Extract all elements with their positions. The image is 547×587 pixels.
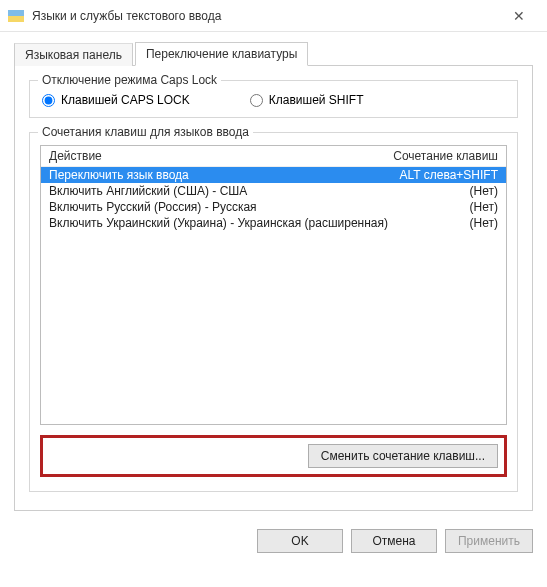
hotkeys-group: Сочетания клавиш для языков ввода Действ… <box>29 132 518 492</box>
row-combo: (Нет) <box>470 184 498 198</box>
row-combo: ALT слева+SHIFT <box>400 168 499 182</box>
radio-label: Клавишей CAPS LOCK <box>61 93 190 107</box>
close-button[interactable]: ✕ <box>499 8 539 24</box>
change-hotkey-button[interactable]: Сменить сочетание клавиш... <box>308 444 498 468</box>
row-action: Переключить язык ввода <box>49 168 400 182</box>
tab-strip: Языковая панель Переключение клавиатуры <box>14 42 533 66</box>
svg-rect-0 <box>8 10 24 16</box>
apply-button[interactable]: Применить <box>445 529 533 553</box>
header-action: Действие <box>49 149 393 163</box>
radio-input[interactable] <box>250 94 263 107</box>
dialog-button-row: OK Отмена Применить <box>0 519 547 563</box>
row-action: Включить Английский (США) - США <box>49 184 470 198</box>
radio-label: Клавишей SHIFT <box>269 93 364 107</box>
list-row[interactable]: Включить Английский (США) - США(Нет) <box>41 183 506 199</box>
list-row[interactable]: Включить Русский (Россия) - Русская(Нет) <box>41 199 506 215</box>
app-icon <box>8 10 24 22</box>
tab-language-bar[interactable]: Языковая панель <box>14 43 133 66</box>
list-row[interactable]: Переключить язык вводаALT слева+SHIFT <box>41 167 506 183</box>
radio-input[interactable] <box>42 94 55 107</box>
radio-row: Клавишей CAPS LOCK Клавишей SHIFT <box>42 93 505 107</box>
row-action: Включить Украинский (Украина) - Украинск… <box>49 216 470 230</box>
svg-rect-1 <box>8 16 24 22</box>
row-action: Включить Русский (Россия) - Русская <box>49 200 470 214</box>
ok-button[interactable]: OK <box>257 529 343 553</box>
group-legend: Отключение режима Caps Lock <box>38 73 221 87</box>
group-legend: Сочетания клавиш для языков ввода <box>38 125 253 139</box>
hotkey-list[interactable]: Действие Сочетание клавиш Переключить яз… <box>40 145 507 425</box>
list-header: Действие Сочетание клавиш <box>41 146 506 167</box>
tab-panel: Отключение режима Caps Lock Клавишей CAP… <box>14 65 533 511</box>
window-title: Языки и службы текстового ввода <box>32 9 499 23</box>
change-button-highlight: Сменить сочетание клавиш... <box>40 435 507 477</box>
radio-shift[interactable]: Клавишей SHIFT <box>250 93 364 107</box>
radio-capslock[interactable]: Клавишей CAPS LOCK <box>42 93 190 107</box>
title-bar: Языки и службы текстового ввода ✕ <box>0 0 547 32</box>
cancel-button[interactable]: Отмена <box>351 529 437 553</box>
client-area: Языковая панель Переключение клавиатуры … <box>0 32 547 519</box>
row-combo: (Нет) <box>470 200 498 214</box>
tab-keyboard-switch[interactable]: Переключение клавиатуры <box>135 42 308 66</box>
header-combo: Сочетание клавиш <box>393 149 498 163</box>
capslock-group: Отключение режима Caps Lock Клавишей CAP… <box>29 80 518 118</box>
row-combo: (Нет) <box>470 216 498 230</box>
tab-label: Языковая панель <box>25 48 122 62</box>
tab-label: Переключение клавиатуры <box>146 47 297 61</box>
list-row[interactable]: Включить Украинский (Украина) - Украинск… <box>41 215 506 231</box>
